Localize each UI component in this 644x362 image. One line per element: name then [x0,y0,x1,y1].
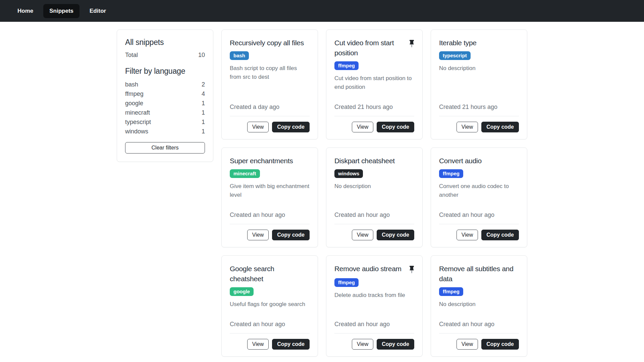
copy-code-button[interactable]: Copy code [481,339,519,350]
pin-icon [409,266,414,275]
language-badge: ffmpeg [439,287,463,296]
copy-code-button[interactable]: Copy code [272,339,310,350]
copy-code-button[interactable]: Copy code [481,230,519,240]
copy-code-button[interactable]: Copy code [377,230,414,240]
snippet-title: Diskpart cheatsheet [334,156,395,166]
card-divider [439,333,519,334]
pin-icon [409,40,414,49]
created-timestamp: Created 21 hours ago [334,104,414,111]
all-snippets-heading: All snippets [125,38,205,47]
language-filter-windows[interactable]: windows 1 [125,127,205,136]
language-filter-ffmpeg[interactable]: ffmpeg 4 [125,89,205,99]
total-label: Total [125,52,138,59]
copy-code-button[interactable]: Copy code [377,122,414,132]
language-badge: bash [230,51,249,60]
snippet-description: No description [439,300,519,309]
language-name: windows [125,128,148,135]
snippet-title: Remove all subtitles and data [439,264,514,284]
language-count: 1 [202,119,205,126]
view-button[interactable]: View [457,122,478,132]
card-divider [439,224,519,224]
copy-code-button[interactable]: Copy code [481,122,519,132]
language-count: 1 [202,100,205,107]
language-badge: ffmpeg [334,278,359,287]
total-count: 10 [198,52,205,59]
card-divider [439,116,519,116]
language-name: typescript [125,119,151,126]
language-badge: ffmpeg [439,169,463,178]
top-navbar: HomeSnippetsEditor [0,0,644,22]
created-timestamp: Created an hour ago [439,321,519,328]
language-filter-bash[interactable]: bash 2 [125,80,205,89]
snippet-description: Cut video from start position to end pos… [334,74,414,92]
card-divider [230,224,310,224]
view-button[interactable]: View [352,230,373,240]
language-filter-google[interactable]: google 1 [125,99,205,108]
language-badge: typescript [439,51,471,60]
snippet-description: Convert one audio codec to another [439,182,519,199]
snippet-title: Cut video from start position [334,38,394,58]
language-count: 1 [202,109,205,116]
language-badge: windows [334,169,363,178]
card-divider [334,224,414,224]
view-button[interactable]: View [247,339,269,350]
snippet-description: Useful flags for google search [230,300,310,309]
created-timestamp: Created an hour ago [230,212,310,219]
card-divider [334,116,414,116]
language-badge: minecraft [230,169,260,178]
snippet-card: Remove audio stream ffmpeg Delete audio … [326,255,423,357]
copy-code-button[interactable]: Copy code [272,230,310,240]
language-name: bash [125,81,138,88]
nav-item-snippets[interactable]: Snippets [43,4,79,18]
total-row: Total 10 [125,51,205,65]
snippets-grid: Recursively copy all files bash Bash scr… [221,29,527,362]
snippet-description: Delete audio tracks from file [334,291,414,300]
snippet-card: Cut video from start position ffmpeg Cut… [326,29,423,139]
card-divider [230,333,310,334]
created-timestamp: Created an hour ago [439,212,519,219]
snippet-description: Give item with big enchantment level [230,182,310,199]
view-button[interactable]: View [247,230,269,240]
snippet-card: Diskpart cheatsheet windows No descripti… [326,147,423,247]
view-button[interactable]: View [247,122,269,132]
snippet-card: Convert audio ffmpeg Convert one audio c… [431,147,527,247]
clear-filters-button[interactable]: Clear filters [125,142,205,154]
snippet-title: Google search cheatsheet [230,264,274,284]
created-timestamp: Created a day ago [230,104,310,111]
snippet-title: Super enchantments [230,156,293,166]
language-name: google [125,100,143,107]
created-timestamp: Created an hour ago [334,212,414,219]
snippet-card: Google search cheatsheet google Useful f… [221,255,318,357]
nav-item-editor[interactable]: Editor [84,4,112,18]
snippet-description: No description [334,182,414,191]
filter-sidebar: All snippets Total 10 Filter by language… [117,29,213,162]
language-filter-list: bash 2 ffmpeg 4 google 1 minecraft 1 typ… [125,80,205,136]
language-name: ffmpeg [125,90,144,98]
language-badge: google [230,287,254,296]
card-divider [230,116,310,116]
view-button[interactable]: View [457,339,478,350]
card-divider [334,333,414,334]
snippet-title: Recursively copy all files [230,38,304,48]
language-badge: ffmpeg [334,61,359,70]
language-count: 1 [202,128,205,135]
nav-item-home[interactable]: Home [11,4,39,18]
snippet-title: Remove audio stream [334,264,401,274]
view-button[interactable]: View [352,122,373,132]
snippet-description: Bash script to copy all files from src t… [230,64,310,81]
language-filter-minecraft[interactable]: minecraft 1 [125,108,205,117]
language-filter-typescript[interactable]: typescript 1 [125,117,205,127]
copy-code-button[interactable]: Copy code [377,339,414,350]
view-button[interactable]: View [352,339,373,350]
copy-code-button[interactable]: Copy code [272,122,310,132]
snippet-description: No description [439,64,519,73]
filter-by-language-heading: Filter by language [125,67,205,76]
view-button[interactable]: View [457,230,478,240]
created-timestamp: Created an hour ago [334,321,414,328]
snippet-card: Recursively copy all files bash Bash scr… [221,29,318,139]
snippet-card: Iterable type typescript No description … [431,29,527,139]
created-timestamp: Created an hour ago [230,321,310,328]
language-name: minecraft [125,109,150,116]
snippet-title: Convert audio [439,156,482,166]
main-container: All snippets Total 10 Filter by language… [117,29,527,362]
